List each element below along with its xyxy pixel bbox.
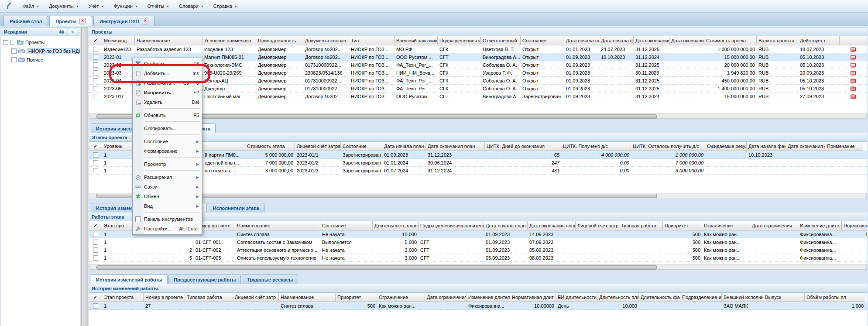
column-header[interactable]: Наименование — [279, 293, 336, 302]
checkbox[interactable] — [93, 232, 98, 237]
table-row[interactable]: 127Синтез сплава500Как можно ран...Фикси… — [89, 302, 867, 310]
tab-Исполнители этапа[interactable]: Исполнители этапа — [208, 203, 264, 213]
column-header[interactable]: Этап проекта — [102, 293, 144, 302]
column-header[interactable]: Дата начала факт. — [599, 36, 634, 45]
column-header[interactable]: Дата окончания ф — [669, 36, 704, 45]
column-header[interactable]: Действует с — [798, 36, 840, 45]
column-header[interactable]: Состояние — [521, 36, 564, 45]
column-header[interactable]: Лицевой счёт затрат. — [295, 142, 341, 151]
column-header[interactable]: Дата начала план. — [564, 36, 599, 45]
context-menu-item-Исправить...[interactable]: Исправить...F2 — [133, 88, 201, 97]
table-row[interactable]: 2023-01тПостоянный маг...ДемопримерДогов… — [89, 93, 867, 100]
context-menu-item-Удалить[interactable]: УдалитьDel — [133, 97, 201, 107]
column-header[interactable]: Внешний исполни — [722, 293, 763, 302]
column-header[interactable]: Ограничение — [702, 221, 750, 230]
tab-Предшествующие работы[interactable]: Предшествующие работы — [168, 275, 241, 284]
checkbox[interactable] — [11, 57, 17, 62]
menubar-item-Функции[interactable]: Функции▼ — [109, 2, 142, 10]
menubar-item-Справка[interactable]: Справка▼ — [209, 2, 242, 10]
tab-История изменений работы[interactable]: История изменений работы — [91, 275, 168, 284]
panel-splitter[interactable] — [81, 27, 88, 326]
table-row[interactable]: 2023-04Вектор-АЦДемопример017310000922..… — [89, 77, 867, 85]
checkbox[interactable] — [93, 78, 98, 83]
table-row[interactable]: 1еденной опыт...7 000 000,002023-01/2Зар… — [89, 159, 867, 167]
column-header[interactable]: Дата ограничения — [425, 293, 467, 302]
sidebar-item-НИОКР по ГОЗ без НДС[interactable]: НИОКР по ГОЗ без НДС — [2, 47, 79, 55]
menubar-item-Файл[interactable]: Файл▼ — [17, 2, 44, 10]
column-header[interactable]: Лицевой счёт затр — [576, 221, 619, 230]
column-header[interactable]: Ограничение — [377, 293, 425, 302]
column-header[interactable]: ЦИТК. Дней до окончания — [485, 142, 561, 151]
checkbox[interactable] — [93, 47, 98, 52]
tab-Инструкции ПУП[interactable]: Инструкции ПУП✕ — [93, 16, 154, 26]
column-header[interactable]: Валюта проекта — [757, 36, 798, 45]
checkbox[interactable] — [93, 62, 98, 68]
scrollbar-thumb[interactable] — [96, 265, 657, 270]
collapse-panel-icon[interactable]: « — [68, 28, 77, 35]
checkbox[interactable] — [93, 303, 98, 309]
column-header[interactable]: Объём работы пл — [805, 293, 865, 302]
menubar-item-Словари[interactable]: Словари▼ — [174, 2, 209, 10]
checkbox[interactable] — [93, 70, 98, 75]
table-row[interactable]: 1ого отчета с ...3 000 000,002023-01/3За… — [89, 167, 867, 175]
column-header[interactable]: Нормативная — [842, 221, 867, 230]
table-row[interactable]: 2023-03905-U020-23/269Демопример230823/0… — [89, 69, 867, 77]
context-menu-item-Отобрать...[interactable]: Отобрать...F6 — [133, 59, 201, 69]
column-header[interactable]: Ответственный — [481, 36, 521, 45]
column-header[interactable]: Стоимость этапа — [245, 142, 295, 151]
column-header[interactable]: Типовая работа — [185, 293, 233, 302]
column-header[interactable]: Примечание — [825, 142, 863, 151]
checkbox[interactable] — [93, 240, 98, 245]
column-header[interactable]: Приоритет — [336, 293, 377, 302]
column-header[interactable]: Внешний заказчик — [395, 36, 438, 45]
column-header[interactable]: Приоритет — [663, 221, 702, 230]
checkbox[interactable] — [11, 48, 17, 54]
sidebar-item-Прочее[interactable]: Прочее — [2, 55, 79, 64]
column-header[interactable]: Дата ограничения — [750, 221, 798, 230]
column-header[interactable]: Длительность пла — [597, 293, 639, 302]
table-row[interactable]: 2023-01Магнит ПМ085-01ДемопримерДоговор … — [89, 53, 867, 61]
column-header[interactable]: Условное наименова — [202, 36, 256, 45]
table-row[interactable]: 1201-СГТ-002Аттестация основного и приме… — [89, 246, 867, 254]
column-header[interactable]: Наименование — [235, 221, 320, 230]
column-header[interactable] — [840, 36, 867, 45]
checkbox[interactable] — [10, 40, 15, 45]
column-header[interactable]: Дата окончания план — [528, 221, 576, 230]
column-header[interactable]: Номер в проекте — [144, 293, 185, 302]
checkbox[interactable] — [93, 86, 98, 91]
column-header[interactable]: Выпуск — [763, 293, 805, 302]
column-header[interactable]: Наименование — [135, 36, 202, 45]
column-header[interactable]: Подразделение-от — [438, 36, 481, 45]
checkbox[interactable] — [93, 152, 98, 158]
context-menu-item-Расширения[interactable]: Расширения▶ — [133, 172, 201, 182]
tree-expander-icon[interactable]: − — [3, 40, 8, 45]
column-header[interactable]: Состояние — [341, 142, 382, 151]
tab-Рабочий стол[interactable]: Рабочий стол — [3, 16, 48, 26]
column-header[interactable]: ЦИТК. Осталось получить д/с — [631, 142, 705, 151]
column-header[interactable]: Нормативная длит — [510, 293, 556, 302]
column-header[interactable]: Состояние — [320, 221, 373, 230]
select-all-header[interactable]: ✓ — [89, 142, 102, 151]
menubar-item-Отчёты[interactable]: Отчёты▼ — [143, 2, 174, 10]
column-header[interactable]: Изменение длител — [798, 221, 842, 230]
column-header[interactable]: Ожидаемые резул — [705, 142, 747, 151]
tab-Трудовые ресурсы[interactable]: Трудовые ресурсы — [242, 275, 298, 284]
checkbox[interactable] — [93, 94, 98, 99]
context-menu-item-Вид[interactable]: Вид▶ — [133, 201, 201, 211]
column-header[interactable]: Дата начала план — [382, 142, 426, 151]
horizontal-scrollbar[interactable] — [89, 264, 867, 270]
column-header[interactable]: Лицевой счёт затр — [233, 293, 279, 302]
context-menu-item-Настройки...[interactable]: Настройки...Alt+Enter — [133, 224, 201, 233]
context-menu-item-Состояние[interactable]: Состояние▶ — [133, 137, 201, 146]
context-menu-item-Размножить...[interactable]: Размножить...Ctrl+F3 — [133, 78, 201, 88]
column-header[interactable]: Дата окончания ф — [786, 142, 825, 151]
checkbox[interactable] — [93, 255, 98, 261]
context-menu-item-Обновить[interactable]: ОбновитьF5 — [133, 110, 201, 120]
checkbox[interactable] — [93, 55, 98, 60]
column-header[interactable]: Типовая работа — [619, 221, 663, 230]
column-header[interactable]: Дата окончания пл — [634, 36, 669, 45]
column-header[interactable]: Принадлежность — [256, 36, 303, 45]
column-header[interactable]: Мнемокод — [102, 36, 135, 45]
table-row[interactable]: 1й партии ПМ0...5 000 000,002023-01/1Зар… — [89, 151, 867, 159]
menubar-item-Учёт[interactable]: Учёт▼ — [84, 2, 109, 10]
